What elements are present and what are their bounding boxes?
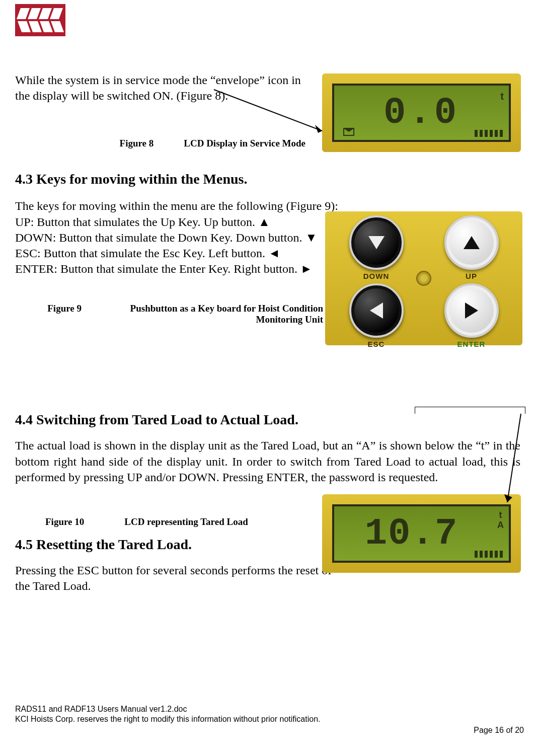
figure10-number: Figure 10 <box>45 516 84 527</box>
up-button[interactable] <box>444 215 499 270</box>
intro-paragraph: While the system is in service mode the … <box>15 72 317 104</box>
esc-button-label: ESC <box>368 340 385 348</box>
section-4.4-paragraph: The actual load is shown in the display … <box>15 438 520 485</box>
figure10-screen: 10.7 t A <box>332 504 511 563</box>
envelope-icon <box>343 128 354 136</box>
figure8-caption: Figure 8 LCD Display in Service Mode <box>15 138 305 149</box>
footer-line-2: KCI Hoists Corp. reserves the right to m… <box>15 715 320 724</box>
figure9-text: Pushbutton as a Key board for Hoist Cond… <box>112 303 323 325</box>
triangle-left-icon <box>370 303 383 319</box>
triangle-right-icon <box>465 303 478 319</box>
enter-button[interactable] <box>444 283 499 338</box>
figure10-lcd-unit-a: A <box>497 520 504 531</box>
section-4.4-heading: 4.4 Switching from Tared Load to Actual … <box>15 412 522 428</box>
enter-button-label: ENTER <box>457 340 486 348</box>
footer-line-1: RADS11 and RADF13 Users Manual ver1.2.do… <box>15 705 187 714</box>
figure10-lcd-value: 10.7 <box>365 512 458 555</box>
figure9-caption: Figure 9 Pushbutton as a Key board for H… <box>15 303 323 325</box>
figure10-caption: Figure 10 LCD representing Tared Load <box>45 516 250 527</box>
bar-indicator-icon <box>475 551 505 558</box>
svg-marker-1 <box>315 125 322 133</box>
section-4.3-heading: 4.3 Keys for moving within the Menus. <box>15 171 522 187</box>
down-button-label: DOWN <box>363 272 390 280</box>
center-screw-icon <box>416 271 431 286</box>
triangle-down-icon <box>368 236 385 249</box>
page-number: Page 16 of 20 <box>474 726 524 735</box>
figure10-lcd-units: t A <box>497 510 504 531</box>
triangle-up-icon <box>464 236 480 249</box>
kci-logo <box>15 4 65 36</box>
figure10-lcd-panel: 10.7 t A <box>322 494 521 573</box>
bar-indicator-icon <box>475 130 505 137</box>
figure8-screen: 0.0 t <box>332 84 511 142</box>
figure9-number: Figure 9 <box>47 303 82 325</box>
figure10-bracket <box>415 407 525 414</box>
figure8-lcd-panel: 0.0 t <box>322 73 521 152</box>
figure10-lcd-unit-t: t <box>497 510 504 520</box>
figure8-text: LCD Display in Service Mode <box>184 138 305 149</box>
figure9-pushbutton-panel: DOWN UP ESC ENTER <box>325 211 522 345</box>
up-button-label: UP <box>466 272 477 280</box>
figure8-lcd-unit: t <box>500 91 504 102</box>
section-4.5-paragraph: Pressing the ESC button for several seco… <box>15 563 337 594</box>
figure8-number: Figure 8 <box>120 138 154 149</box>
figure10-text: LCD representing Tared Load <box>124 516 248 527</box>
figure8-lcd-value: 0.0 <box>383 92 459 134</box>
esc-button[interactable] <box>349 283 404 338</box>
down-button[interactable] <box>349 215 404 270</box>
